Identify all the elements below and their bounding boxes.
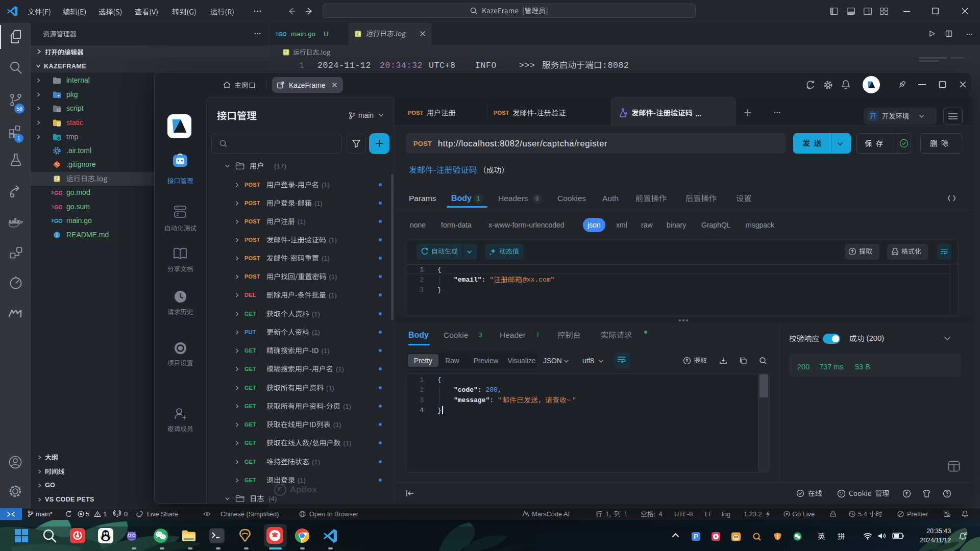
svg-text:P: P	[694, 533, 698, 540]
svg-text:GO: GO	[54, 204, 62, 210]
svg-text:GO: GO	[278, 31, 286, 37]
svg-text:GO: GO	[54, 190, 62, 196]
svg-text:GO: GO	[54, 218, 62, 224]
